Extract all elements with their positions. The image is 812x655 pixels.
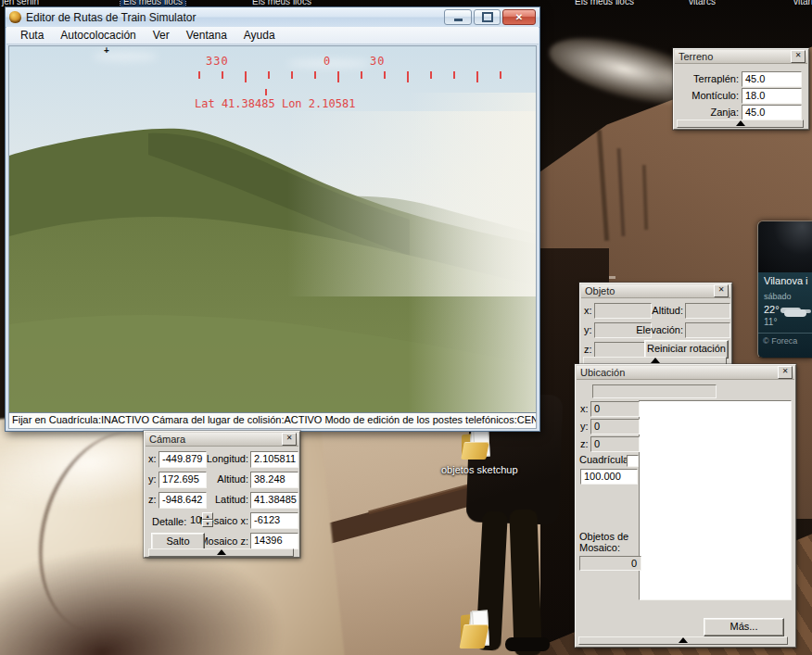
compass-tick bbox=[500, 71, 501, 79]
panel-camara-titlebar[interactable]: Cámara ✕ bbox=[146, 433, 298, 447]
panel-collapse-bar[interactable] bbox=[148, 548, 294, 557]
latitud-label: Latitud: bbox=[182, 494, 248, 505]
camara-z-label: z: bbox=[148, 494, 157, 505]
ubicacion-name-field bbox=[592, 384, 717, 398]
spinner-down-icon[interactable]: ▼ bbox=[202, 520, 213, 527]
panel-title: Terreno bbox=[679, 51, 713, 62]
panel-objeto-titlebar[interactable]: Objeto ✕ bbox=[581, 284, 730, 298]
menu-bar: Ruta Autocolocación Ver Ventana Ayuda bbox=[6, 27, 539, 44]
crosshair-cursor: + bbox=[104, 45, 109, 56]
elevacion-field bbox=[685, 322, 730, 338]
folder-label[interactable]: objetos sketchup bbox=[441, 464, 518, 475]
menu-ventana[interactable]: Ventana bbox=[178, 29, 235, 42]
latlon-readout: Lat 41.38485 Lon 2.10581 bbox=[195, 97, 355, 110]
close-icon[interactable]: ✕ bbox=[778, 366, 793, 379]
cloud-icon bbox=[784, 309, 806, 317]
weather-credit: © Foreca bbox=[763, 336, 797, 346]
compass-tick bbox=[430, 71, 432, 79]
panel-ubicacion-titlebar[interactable]: Ubicación ✕ bbox=[577, 366, 794, 380]
detalle-spinner: ▲ ▼ bbox=[202, 512, 213, 527]
folder-icon-objetos-sketchup[interactable] bbox=[461, 428, 494, 460]
menu-ruta[interactable]: Ruta bbox=[12, 29, 52, 42]
cuadricula-checkbox[interactable] bbox=[627, 455, 639, 467]
menu-ver[interactable]: Ver bbox=[145, 29, 178, 42]
maximize-button[interactable] bbox=[474, 9, 501, 25]
terraplen-label: Terraplén: bbox=[676, 73, 739, 84]
folder-front bbox=[459, 624, 488, 649]
zanja-field[interactable]: 45.0 bbox=[742, 105, 802, 120]
compass-hud: 330 0 30 Lat 41.38485 Lon 2.10581 bbox=[9, 46, 536, 415]
mosaico-x-field[interactable]: -6123 bbox=[250, 512, 298, 529]
panel-terreno-titlebar[interactable]: Terreno ✕ bbox=[675, 50, 807, 64]
monticulo-label: Montículo: bbox=[676, 90, 739, 101]
mosaico-label: Mosaico: bbox=[579, 542, 620, 553]
menu-autocolocacion[interactable]: Autocolocación bbox=[52, 29, 144, 42]
terraplen-field[interactable]: 45.0 bbox=[742, 71, 802, 87]
monticulo-field[interactable]: 18.0 bbox=[742, 88, 802, 104]
minimize-button[interactable] bbox=[444, 9, 472, 25]
objeto-z-field bbox=[594, 342, 652, 358]
spinner-up-icon[interactable]: ▲ bbox=[202, 512, 213, 520]
ubicacion-z-field: 0 bbox=[590, 436, 640, 452]
weather-temp-low: 11° bbox=[764, 317, 777, 327]
panel-title: Objeto bbox=[585, 285, 615, 296]
objeto-z-label: z: bbox=[584, 344, 592, 355]
desktop-icon-label[interactable]: Els meus llocs bbox=[575, 0, 634, 6]
collapse-arrow-icon bbox=[651, 358, 660, 363]
longitud-field[interactable]: 2.105811 bbox=[250, 451, 298, 468]
elevacion-label: Elevación: bbox=[617, 324, 683, 335]
desktop-icon-label[interactable]: vitarcs bbox=[689, 0, 716, 6]
altitud-label: Altitud: bbox=[617, 305, 683, 316]
objeto-x-label: x: bbox=[584, 305, 592, 316]
weather-night-image bbox=[758, 221, 812, 272]
ubicacion-object-list[interactable] bbox=[639, 400, 792, 600]
latitud-field[interactable]: 41.38485 bbox=[250, 492, 298, 509]
compass-tick bbox=[268, 71, 270, 79]
desktop-icon-label[interactable]: vitarksi bbox=[793, 0, 812, 6]
camara-x-label: x: bbox=[148, 453, 157, 464]
panel-collapse-bar[interactable] bbox=[578, 636, 788, 645]
close-icon[interactable]: ✕ bbox=[282, 433, 297, 446]
ubicacion-y-field: 0 bbox=[590, 419, 640, 435]
compass-tick bbox=[407, 71, 409, 82]
mosaico-z-field[interactable]: 14396 bbox=[250, 533, 298, 549]
desktop-icon-label[interactable]: jen senin bbox=[2, 0, 39, 6]
grid-size-field[interactable]: 100.000 bbox=[580, 469, 638, 485]
cuadricula-label: Cuadrícula: bbox=[579, 454, 631, 465]
compass-tick bbox=[361, 71, 362, 79]
status-bar: Fijar en Cuadrícula:INACTIVO Cámara del … bbox=[8, 412, 537, 429]
zanja-label: Zanja: bbox=[676, 107, 739, 118]
reiniciar-rotacion-button[interactable]: Reiniciar rotación bbox=[644, 340, 729, 359]
close-button[interactable]: ✕ bbox=[502, 9, 536, 25]
menu-ayuda[interactable]: Ayuda bbox=[235, 29, 284, 42]
altitud-field[interactable]: 38.248 bbox=[250, 472, 298, 488]
compass-label-330: 330 bbox=[206, 55, 229, 68]
ubicacion-z-label: z: bbox=[580, 438, 589, 449]
folder-icon-bottom[interactable] bbox=[460, 607, 493, 649]
photo-person-shoe bbox=[505, 637, 550, 651]
terrain-3d-viewport[interactable]: 330 0 30 Lat 41.38485 Lon 2.10581 bbox=[8, 45, 537, 416]
compass-tick bbox=[222, 71, 223, 79]
window-title: Editor de Rutas de Train Simulator bbox=[26, 11, 196, 24]
collapse-arrow-icon bbox=[679, 637, 688, 643]
compass-tick bbox=[245, 71, 247, 82]
panel-title: Ubicación bbox=[580, 367, 625, 378]
altitud-field bbox=[685, 303, 730, 319]
panel-terreno: Terreno ✕ Terraplén: 45.0 Montículo: 18.… bbox=[673, 48, 809, 130]
panel-collapse-bar[interactable] bbox=[677, 120, 804, 128]
mas-button[interactable]: Más... bbox=[704, 618, 784, 636]
window-titlebar[interactable]: Editor de Rutas de Train Simulator ✕ bbox=[6, 7, 539, 28]
compass-heading-marker bbox=[265, 89, 267, 95]
compass-label-0: 0 bbox=[324, 55, 331, 68]
compass-tick bbox=[337, 71, 339, 82]
camara-y-label: y: bbox=[148, 473, 157, 485]
close-icon[interactable]: ✕ bbox=[791, 50, 806, 63]
weather-day: sábado bbox=[764, 292, 792, 301]
desktop-icon-label[interactable]: Els meus llocs bbox=[252, 0, 311, 6]
close-icon[interactable]: ✕ bbox=[714, 284, 729, 297]
weather-widget[interactable]: Vilanova i sábado 22° 11° © Foreca bbox=[757, 220, 812, 359]
weather-temp-high: 22° bbox=[764, 304, 780, 315]
weather-location: Vilanova i bbox=[764, 275, 808, 286]
desktop-icon-label-selected[interactable]: Els meus llocs bbox=[121, 0, 185, 6]
close-icon: ✕ bbox=[515, 12, 523, 22]
